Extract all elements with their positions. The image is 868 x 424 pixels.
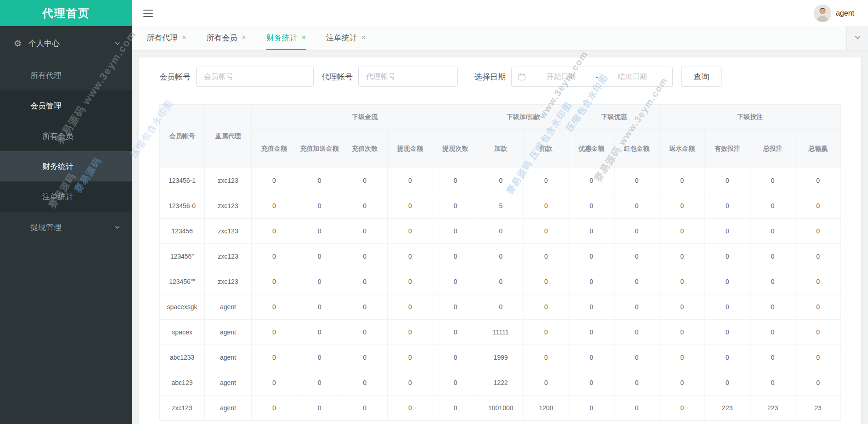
cell-value: 0: [569, 294, 614, 320]
cell-value: 0: [750, 345, 795, 370]
cell-member: spacexsgk: [160, 294, 205, 320]
column-header: 有效投注: [705, 130, 750, 168]
cell-agent: agent: [205, 320, 252, 345]
cell-value: 0: [524, 168, 569, 193]
sidebar-item-label: 个人中心: [28, 38, 60, 49]
cell-value: 0: [388, 370, 433, 396]
cell-value: 0: [795, 370, 841, 396]
cell-value: 0: [569, 370, 614, 396]
avatar: [814, 5, 831, 22]
chevron-down-icon: [114, 224, 120, 230]
column-group-header: 下级优惠: [569, 105, 659, 130]
username: agent: [836, 9, 854, 17]
cell-value: 0: [388, 168, 433, 193]
cell-value: 0: [297, 168, 342, 193]
cell-agent: agent: [205, 345, 252, 370]
cell-value: 0: [614, 294, 659, 320]
table-row: 123456"zxc1230000000000000: [160, 244, 841, 269]
cell-agent: zxc123: [205, 168, 252, 193]
date-range-picker[interactable]: 开始日期 - 结束日期: [511, 67, 673, 87]
column-header: 提现次数: [433, 130, 478, 168]
sidebar-item-label: 提现管理: [30, 222, 62, 232]
close-icon[interactable]: ×: [361, 34, 366, 41]
cell-value: 0: [388, 396, 433, 421]
cell-value: 0: [252, 345, 297, 370]
member-filter-group: 会员帐号: [159, 67, 321, 87]
sidebar-item-all-agents[interactable]: 所有代理: [0, 60, 132, 90]
tab-options-dropdown[interactable]: [846, 26, 868, 50]
agent-account-input[interactable]: [358, 67, 458, 87]
calendar-icon: [518, 73, 526, 81]
cell-value: 0: [252, 244, 297, 269]
sidebar-item-member-management[interactable]: 会员管理: [0, 90, 132, 121]
cell-value: 0: [795, 168, 841, 193]
cell-value: 0: [750, 370, 795, 396]
cell-member: zxc123: [160, 396, 205, 421]
column-header: 加款: [478, 130, 524, 168]
cell-value: 0: [795, 193, 841, 219]
tab-bet-stats[interactable]: 注单统计 ×: [326, 26, 366, 50]
sidebar: 代理首页 ⚙ 个人中心 所有代理 会员管理 所有会员 财务统计: [0, 0, 132, 424]
sidebar-item-personal-center[interactable]: ⚙ 个人中心: [0, 26, 132, 60]
close-icon[interactable]: ×: [302, 34, 306, 41]
cell-value: 0: [433, 269, 478, 294]
chevron-down-icon: [114, 40, 120, 46]
cell-value: 223: [705, 396, 750, 421]
tab-finance-stats[interactable]: 财务统计 ×: [266, 26, 306, 50]
cell-value: 0: [524, 370, 569, 396]
tab-all-agents[interactable]: 所有代理 ×: [147, 26, 186, 50]
column-header: 扣款: [524, 130, 569, 168]
cell-value: 0: [388, 345, 433, 370]
agent-account-label: 代理帐号: [321, 72, 353, 82]
cell-value: 0: [433, 168, 478, 193]
cell-value: 0: [252, 320, 297, 345]
member-account-input[interactable]: [196, 67, 314, 87]
cell-value: 11111: [478, 320, 524, 345]
cell-value: 0: [342, 396, 388, 421]
column-header: 充值次数: [342, 130, 388, 168]
cell-value: 0: [342, 269, 388, 294]
table-row: zxc123agent000001001000120000022322323: [160, 396, 841, 421]
sidebar-item-finance-stats[interactable]: 财务统计: [0, 151, 132, 181]
cell-value: 0: [433, 396, 478, 421]
sidebar-item-withdraw-management[interactable]: 提现管理: [0, 212, 132, 242]
date-start-placeholder[interactable]: 开始日期: [528, 72, 595, 82]
cell-value: 0: [524, 345, 569, 370]
column-group-header: 下级投注: [659, 105, 841, 130]
column-group-header: 下级金流: [252, 105, 478, 130]
sidebar-item-bet-stats[interactable]: 注单统计: [0, 181, 132, 212]
cell-value: 0: [342, 244, 388, 269]
tab-all-members[interactable]: 所有会员 ×: [206, 26, 246, 50]
cell-value: 0: [478, 168, 524, 193]
cell-value: 0: [569, 219, 614, 244]
cell-value: 0: [795, 320, 841, 345]
user-menu[interactable]: agent: [814, 5, 854, 22]
column-header: 红包金额: [614, 130, 659, 168]
cell-value: 0: [342, 320, 388, 345]
search-button[interactable]: 查询: [681, 67, 721, 87]
close-icon[interactable]: ×: [182, 34, 186, 41]
column-header: 总投注: [750, 130, 795, 168]
date-filter-group: 选择日期 开始日期 - 结束日期: [474, 67, 673, 87]
cell-value: 0: [478, 219, 524, 244]
cell-value: 1999: [478, 345, 524, 370]
cell-value: 0: [433, 320, 478, 345]
date-end-placeholder[interactable]: 结束日期: [599, 72, 666, 82]
cell-value: 0: [388, 320, 433, 345]
cell-value: 0: [297, 244, 342, 269]
cell-agent: zxc123: [205, 193, 252, 219]
cell-value: 0: [750, 294, 795, 320]
cell-value: 0: [433, 219, 478, 244]
sidebar-item-all-members[interactable]: 所有会员: [0, 121, 132, 151]
sidebar-item-label: 会员管理: [30, 101, 62, 111]
hamburger-menu-icon[interactable]: [143, 10, 153, 17]
table-row: 123456-0zxc1230000050000000: [160, 193, 841, 219]
cell-value: 0: [659, 345, 705, 370]
agent-filter-group: 代理帐号: [321, 67, 474, 87]
cell-value: 0: [795, 345, 841, 370]
table-row: spacexsgkagent0000000000000: [160, 294, 841, 320]
close-icon[interactable]: ×: [242, 34, 246, 41]
cell-value: 0: [569, 193, 614, 219]
sidebar-item-label: 所有代理: [30, 70, 62, 81]
cell-value: 0: [342, 370, 388, 396]
